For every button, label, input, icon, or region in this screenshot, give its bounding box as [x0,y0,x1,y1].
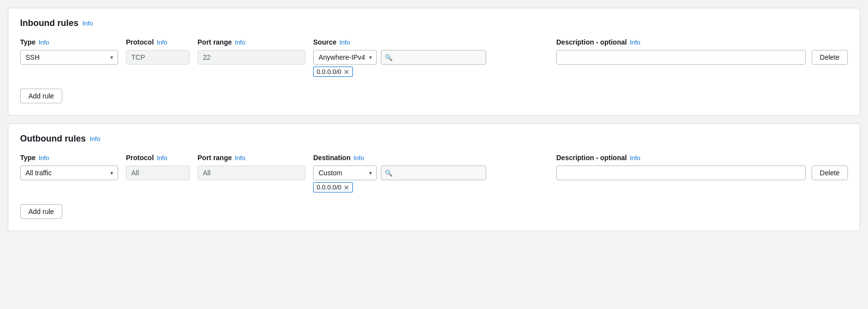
inbound-col-portrange-label: Port range [198,38,232,46]
outbound-col-protocol-label: Protocol [126,154,154,162]
inbound-desc-input[interactable] [556,50,806,65]
inbound-col-protocol-info[interactable]: Info [157,39,168,46]
inbound-source-tag: 0.0.0.0/0 ✕ [313,67,353,77]
outbound-delete-button[interactable]: Delete [812,166,848,180]
inbound-col-desc-label: Description - optional [556,38,627,46]
inbound-source-container: Anywhere-IPv4 Anywhere-IPv6 Custom My IP… [313,50,548,77]
inbound-add-rule-container: Add rule [20,81,848,103]
outbound-dest-top: Custom Anywhere-IPv4 Anywhere-IPv6 My IP… [313,166,548,180]
inbound-col-source-info[interactable]: Info [339,39,350,46]
outbound-dest-search-wrapper: 🔍 [381,166,548,180]
outbound-col-dest-info[interactable]: Info [353,154,364,162]
inbound-col-type-label: Type [20,38,36,46]
outbound-add-rule-container: Add rule [20,196,848,219]
outbound-column-headers: Type Info Protocol Info Port range Info … [20,154,848,162]
inbound-desc-cell [556,50,806,65]
inbound-title-text: Inbound rules [20,18,78,28]
inbound-type-cell: SSH HTTP HTTPS Custom TCP All traffic ▼ [20,50,118,65]
inbound-delete-button[interactable]: Delete [812,50,848,65]
inbound-source-select[interactable]: Anywhere-IPv4 Anywhere-IPv6 Custom My IP [313,50,377,65]
outbound-portrange-cell [198,166,305,180]
outbound-protocol-cell [126,166,190,180]
inbound-col-desc-info[interactable]: Info [630,39,641,46]
outbound-col-desc-info[interactable]: Info [630,154,641,162]
inbound-col-portrange-info[interactable]: Info [235,39,246,46]
inbound-source-select-wrapper: Anywhere-IPv4 Anywhere-IPv6 Custom My IP… [313,50,377,65]
inbound-tag-value: 0.0.0.0/0 [317,68,342,75]
outbound-dest-cell: Custom Anywhere-IPv4 Anywhere-IPv6 My IP… [313,166,548,192]
outbound-tag-remove-icon[interactable]: ✕ [344,184,349,191]
inbound-protocol-field [126,50,190,65]
inbound-column-headers: Type Info Protocol Info Port range Info … [20,38,848,46]
inbound-source-search-wrapper: 🔍 [381,50,548,65]
outbound-type-cell: All traffic SSH HTTP HTTPS Custom TCP ▼ [20,166,118,180]
inbound-portrange-field [198,50,305,65]
outbound-col-type-info[interactable]: Info [39,154,50,162]
outbound-tag-container: 0.0.0.0/0 ✕ [313,182,548,192]
outbound-type-select-wrapper: All traffic SSH HTTP HTTPS Custom TCP ▼ [20,166,118,180]
outbound-portrange-field [198,166,305,180]
inbound-type-select-wrapper: SSH HTTP HTTPS Custom TCP All traffic ▼ [20,50,118,65]
outbound-rule-row: All traffic SSH HTTP HTTPS Custom TCP ▼ [20,166,848,192]
outbound-protocol-field [126,166,190,180]
inbound-col-type-info[interactable]: Info [39,39,50,46]
outbound-title-info[interactable]: Info [90,135,100,143]
inbound-source-top: Anywhere-IPv4 Anywhere-IPv6 Custom My IP… [313,50,548,65]
inbound-protocol-cell [126,50,190,65]
inbound-source-cell: Anywhere-IPv4 Anywhere-IPv6 Custom My IP… [313,50,548,77]
outbound-dest-select-wrapper: Custom Anywhere-IPv4 Anywhere-IPv6 My IP… [313,166,377,180]
outbound-col-type-label: Type [20,154,36,162]
inbound-tag-container: 0.0.0.0/0 ✕ [313,67,548,77]
outbound-delete-cell: Delete [812,166,848,180]
outbound-col-portrange-info[interactable]: Info [235,154,246,162]
inbound-add-rule-button[interactable]: Add rule [20,89,62,103]
outbound-col-dest-label: Destination [313,154,350,162]
outbound-dest-select[interactable]: Custom Anywhere-IPv4 Anywhere-IPv6 My IP [313,166,377,180]
inbound-rules-section: Inbound rules Info Type Info Protocol In… [8,8,860,116]
outbound-rules-title: Outbound rules Info [20,134,848,144]
outbound-dest-search-input[interactable] [381,166,486,180]
inbound-tag-remove-icon[interactable]: ✕ [344,69,349,75]
inbound-title-info[interactable]: Info [82,20,93,27]
outbound-col-protocol-info[interactable]: Info [157,154,168,162]
outbound-title-text: Outbound rules [20,134,86,144]
outbound-desc-input[interactable] [556,166,806,180]
inbound-type-select[interactable]: SSH HTTP HTTPS Custom TCP All traffic [20,50,118,65]
inbound-col-protocol-label: Protocol [126,38,154,46]
inbound-col-source-label: Source [313,38,336,46]
outbound-rules-section: Outbound rules Info Type Info Protocol I… [8,123,860,231]
outbound-dest-container: Custom Anywhere-IPv4 Anywhere-IPv6 My IP… [313,166,548,192]
inbound-rule-row: SSH HTTP HTTPS Custom TCP All traffic ▼ [20,50,848,77]
inbound-delete-cell: Delete [812,50,848,65]
inbound-source-search-input[interactable] [381,50,486,65]
outbound-add-rule-button[interactable]: Add rule [20,204,62,219]
outbound-type-select[interactable]: All traffic SSH HTTP HTTPS Custom TCP [20,166,118,180]
outbound-desc-cell [556,166,806,180]
outbound-col-portrange-label: Port range [198,154,232,162]
outbound-dest-tag: 0.0.0.0/0 ✕ [313,182,353,192]
outbound-col-desc-label: Description - optional [556,154,627,162]
outbound-tag-value: 0.0.0.0/0 [317,184,342,191]
inbound-rules-title: Inbound rules Info [20,18,848,28]
inbound-portrange-cell [198,50,305,65]
